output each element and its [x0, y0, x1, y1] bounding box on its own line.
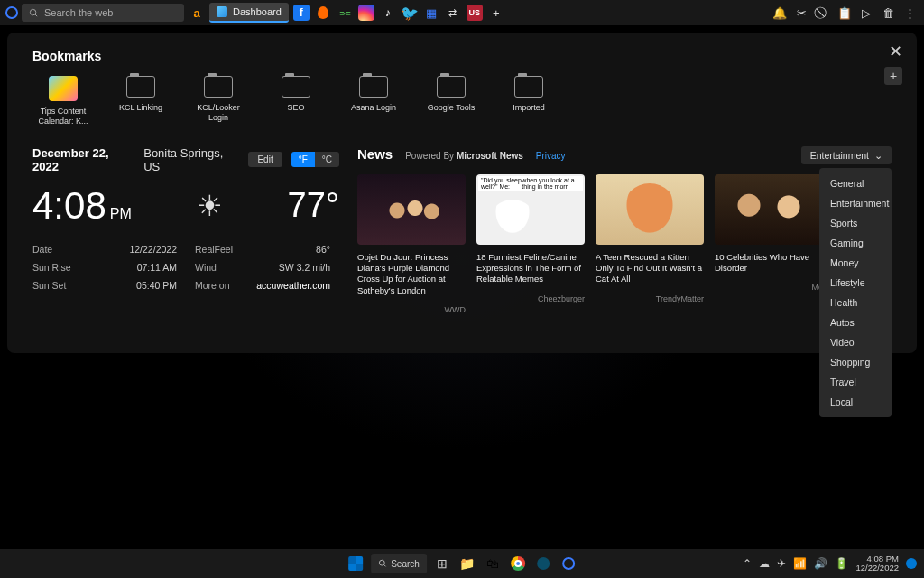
- weather-condition-icon: ☀: [197, 189, 223, 223]
- browser-taskbar-icon[interactable]: [559, 554, 578, 573]
- tab-dashboard[interactable]: Dashboard: [209, 3, 289, 23]
- search-placeholder: Search the web: [44, 7, 113, 18]
- news-card-image: [357, 174, 466, 245]
- bookmarks-title: Bookmarks: [32, 49, 892, 63]
- instacart-icon[interactable]: [314, 4, 332, 22]
- new-tab-button[interactable]: +: [487, 4, 505, 22]
- taskbar-clock[interactable]: 4:08 PM12/22/2022: [855, 555, 899, 573]
- bookmark-item[interactable]: Asana Login: [343, 76, 404, 126]
- search-icon: [378, 559, 387, 568]
- bookmark-folder-icon: [126, 76, 155, 98]
- category-option[interactable]: Video: [819, 332, 892, 352]
- bookmark-item[interactable]: SEO: [265, 76, 327, 126]
- onedrive-icon[interactable]: ☁: [759, 557, 770, 570]
- dashboard-panel: ✕ + Bookmarks Tips Content Calendar: K..…: [7, 33, 917, 353]
- chrome-icon[interactable]: [508, 554, 528, 573]
- bookmark-folder-icon: [359, 76, 388, 98]
- weather-date: December 22, 2022: [32, 146, 134, 173]
- unit-toggle[interactable]: °F °C: [291, 152, 339, 167]
- volume-icon[interactable]: 🔊: [814, 557, 827, 570]
- category-option[interactable]: Sports: [819, 213, 892, 233]
- news-card[interactable]: Objet Du Jour: Princess Diana's Purple D…: [357, 174, 466, 314]
- taskbar-search[interactable]: Search: [371, 554, 427, 573]
- news-card[interactable]: A Teen Rescued a Kitten Only To Find Out…: [596, 174, 704, 314]
- explorer-icon[interactable]: 📁: [457, 554, 477, 573]
- cut-icon[interactable]: ✂: [792, 4, 810, 22]
- bookmark-folder-icon: [282, 76, 310, 98]
- bookmark-item[interactable]: Tips Content Calendar: K...: [32, 76, 94, 126]
- news-card[interactable]: "Did you sleep well?" Me:when you look a…: [476, 174, 585, 314]
- telegram-icon[interactable]: ✈: [777, 557, 786, 570]
- dashboard-tab-icon: [217, 6, 227, 17]
- category-option[interactable]: Health: [819, 293, 892, 312]
- share-icon[interactable]: ⫘: [336, 4, 354, 22]
- windows-logo-icon: [348, 556, 363, 571]
- unit-f[interactable]: °F: [291, 152, 315, 167]
- category-option[interactable]: Travel: [819, 372, 892, 392]
- category-option[interactable]: Autos: [819, 312, 892, 332]
- amazon-icon[interactable]: a: [188, 4, 206, 22]
- apps-grid-icon[interactable]: ▦: [422, 4, 440, 22]
- category-option[interactable]: General: [819, 173, 892, 193]
- temperature: 77°: [288, 186, 339, 225]
- bookmark-folder-icon: [514, 76, 543, 98]
- category-option[interactable]: Money: [819, 253, 892, 273]
- taskbar: Search ⊞ 📁 🛍 ⌃ ☁ ✈ 📶 🔊 🔋 4:08 PM12/22/20…: [0, 549, 924, 578]
- category-option[interactable]: Entertainment: [819, 193, 892, 213]
- translate-icon[interactable]: ⇄: [444, 4, 462, 22]
- play-icon[interactable]: ▷: [857, 4, 875, 22]
- svg-line-1: [35, 14, 37, 15]
- twitter-icon[interactable]: 🐦: [401, 4, 419, 22]
- privacy-link[interactable]: Privacy: [536, 151, 566, 161]
- system-tray: ⌃ ☁ ✈ 📶 🔊 🔋 4:08 PM12/22/2022: [743, 555, 917, 573]
- bookmark-item[interactable]: KCL Linking: [110, 76, 171, 126]
- instagram-icon[interactable]: [357, 4, 375, 22]
- news-powered-by: Powered By Microsoft News: [405, 151, 523, 161]
- browser-logo-icon[interactable]: [5, 6, 18, 19]
- facebook-icon[interactable]: f: [292, 4, 310, 22]
- notifications-icon[interactable]: 🔔: [771, 4, 789, 22]
- category-option[interactable]: Local: [819, 392, 892, 412]
- category-option[interactable]: Shopping: [819, 352, 892, 372]
- svg-point-0: [30, 9, 35, 14]
- trash-icon[interactable]: 🗑: [879, 4, 897, 22]
- chevron-down-icon: ⌄: [874, 150, 882, 161]
- battery-icon[interactable]: 🔋: [835, 557, 848, 570]
- category-dropdown: General Entertainment Sports Gaming Mone…: [819, 168, 892, 417]
- running-app-icon[interactable]: [533, 554, 553, 573]
- add-bookmark-button[interactable]: +: [884, 67, 902, 85]
- task-view-icon[interactable]: ⊞: [432, 554, 452, 573]
- category-option[interactable]: Lifestyle: [819, 273, 892, 293]
- unit-c[interactable]: °C: [315, 152, 339, 167]
- svg-point-2: [379, 560, 384, 565]
- clipboard-icon[interactable]: 📋: [836, 4, 854, 22]
- bookmark-folder-icon: [437, 76, 466, 98]
- bookmark-item[interactable]: Google Tools: [420, 76, 482, 126]
- search-input[interactable]: Search the web: [22, 4, 184, 22]
- tiktok-icon[interactable]: ♪: [379, 4, 397, 22]
- notifications-badge[interactable]: [906, 558, 917, 569]
- category-select[interactable]: Entertainment ⌄: [801, 146, 892, 164]
- camera-off-icon[interactable]: ⃠: [814, 4, 832, 22]
- search-icon: [29, 8, 39, 18]
- us-news-icon[interactable]: US: [466, 4, 484, 22]
- start-button[interactable]: [346, 554, 365, 573]
- wifi-icon[interactable]: 📶: [793, 557, 807, 570]
- bookmark-folder-icon: [49, 76, 78, 101]
- clock: 4:08PM: [32, 184, 132, 228]
- bookmarks-row: Tips Content Calendar: K... KCL Linking …: [32, 76, 892, 126]
- menu-icon[interactable]: ⋮: [901, 4, 919, 22]
- category-option[interactable]: Gaming: [819, 233, 892, 253]
- store-icon[interactable]: 🛍: [483, 554, 503, 573]
- bookmark-item[interactable]: Imported: [498, 76, 559, 126]
- news-card[interactable]: 10 Celebrities Who Have Disorder Me: [715, 174, 823, 314]
- edit-location-button[interactable]: Edit: [248, 152, 282, 167]
- news-card-image: "Did you sleep well?" Me:when you look a…: [476, 174, 585, 245]
- accuweather-link[interactable]: accuweather.com: [249, 280, 330, 291]
- tray-chevron-icon[interactable]: ⌃: [743, 557, 752, 570]
- browser-toolbar: Search the web a Dashboard f ⫘ ♪ 🐦 ▦ ⇄ U…: [0, 0, 924, 25]
- weather-location: Bonita Springs, US: [143, 146, 239, 173]
- bookmark-item[interactable]: KCL/Looker Login: [188, 76, 249, 126]
- close-button[interactable]: ✕: [889, 42, 902, 61]
- news-card-image: [715, 174, 823, 245]
